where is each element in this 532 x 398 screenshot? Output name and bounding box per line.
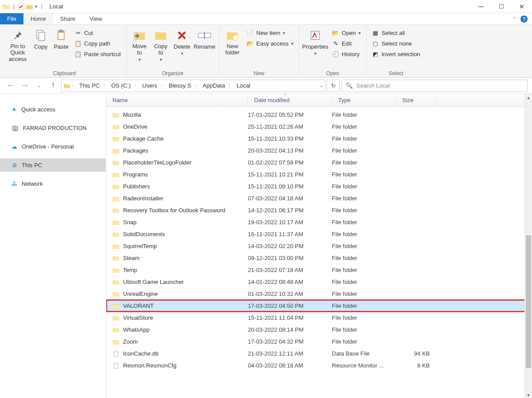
select-none-button[interactable]: ▢Select none xyxy=(369,38,423,49)
table-row[interactable]: Mozilla17-01-2022 05:52 PMFile folder xyxy=(106,109,532,121)
column-size[interactable]: Size xyxy=(396,94,436,107)
table-row[interactable]: Zoom17-03-2022 04:32 PMFile folder xyxy=(106,336,532,348)
paste-shortcut-button[interactable]: 📋Paste shortcut xyxy=(72,49,123,59)
scroll-down-icon[interactable]: ▼ xyxy=(525,391,532,398)
table-row[interactable]: UnrealEngine01-03-2022 10:32 AMFile fold… xyxy=(106,288,532,300)
invert-selection-button[interactable]: ◩Invert selection xyxy=(369,49,423,59)
delete-button[interactable]: Delete▾ xyxy=(172,27,192,69)
tab-file[interactable]: File xyxy=(0,13,23,24)
table-row[interactable]: Resmon.ResmonCfg04-03-2022 08:16 AMResou… xyxy=(106,360,532,371)
collapse-ribbon-icon[interactable]: ⌃ xyxy=(513,16,516,21)
column-type[interactable]: Type xyxy=(332,94,396,107)
quick-access-dropdown-icon[interactable]: ▾ xyxy=(35,4,37,9)
folder-icon xyxy=(112,267,120,273)
table-row[interactable]: Ubisoft Game Launcher14-01-2022 08:48 AM… xyxy=(106,276,532,288)
copy-button[interactable]: Copy xyxy=(31,27,50,69)
table-row[interactable]: Packages20-03-2022 04:13 PMFile folder xyxy=(106,145,532,157)
open-button[interactable]: 📂Open ▾ xyxy=(329,27,363,38)
table-row[interactable]: WhatsApp20-03-2022 08:14 PMFile folder xyxy=(106,324,532,336)
vertical-scrollbar[interactable]: ▲ ▼ xyxy=(524,94,532,398)
cut-button[interactable]: ✂Cut xyxy=(72,27,123,38)
close-button[interactable]: ✕ xyxy=(512,0,532,13)
table-row[interactable]: SolidDocuments16-11-2021 11:37 AMFile fo… xyxy=(106,228,532,240)
forward-button[interactable]: 🡒 xyxy=(19,80,31,92)
chevron-right-icon[interactable]: 〉 xyxy=(71,83,76,89)
table-row[interactable]: Snap19-03-2022 10:17 AMFile folder xyxy=(106,216,532,228)
sidebar-item-farrad[interactable]: 🏢FARRAD PRODUCTION xyxy=(0,121,106,134)
scroll-up-icon[interactable]: ▲ xyxy=(525,94,532,101)
column-date[interactable]: Date modified xyxy=(248,94,332,107)
rename-button[interactable]: Rename xyxy=(193,27,216,69)
quick-access-check-icon[interactable] xyxy=(18,4,24,10)
copy-to-button[interactable]: Copy to▾ xyxy=(150,27,171,69)
refresh-button[interactable]: ↻ xyxy=(327,80,340,92)
breadcrumb-item[interactable]: This PC xyxy=(77,81,102,90)
sidebar-item-network[interactable]: 🖧Network xyxy=(0,177,106,190)
column-name[interactable]: Name xyxy=(106,94,248,107)
new-item-button[interactable]: 📄New item ▾ xyxy=(244,27,296,38)
tab-view[interactable]: View xyxy=(82,13,109,24)
address-dropdown-icon[interactable]: ⌄ xyxy=(320,83,323,88)
breadcrumb-item[interactable]: OS (C:) xyxy=(108,81,133,90)
scroll-thumb[interactable] xyxy=(526,235,531,368)
breadcrumb-item[interactable]: Users xyxy=(139,81,160,90)
pin-to-quick-access-button[interactable]: Pin to Quick access xyxy=(5,27,30,69)
move-to-button[interactable]: Move to▾ xyxy=(129,27,150,69)
sidebar-item-this-pc[interactable]: 🖥This PC xyxy=(0,158,106,172)
easy-access-icon: 📂 xyxy=(247,40,254,47)
table-row[interactable]: IconCache.db21-03-2022 12:11 AMData Base… xyxy=(106,348,532,360)
breadcrumb-item[interactable]: AppData xyxy=(200,81,228,90)
sidebar-item-onedrive[interactable]: ☁OneDrive - Personal xyxy=(0,140,106,153)
separator: | xyxy=(41,3,42,10)
ribbon-group-clipboard: Pin to Quick access Copy Paste ✂Cut 📋Cop… xyxy=(3,27,127,77)
table-row[interactable]: SquirrelTemp14-03-2022 02:20 PMFile fold… xyxy=(106,240,532,252)
chevron-right-icon[interactable]: 〉 xyxy=(103,83,108,89)
new-folder-button[interactable]: New folder xyxy=(222,27,243,69)
quick-access-folder-icon[interactable] xyxy=(26,4,33,10)
table-row[interactable]: Steam09-12-2021 03:00 PMFile folder xyxy=(106,252,532,264)
table-row[interactable]: VALORANT17-03-2022 04:50 PMFile folder xyxy=(106,300,532,312)
table-row[interactable]: Recovery Toolbox for Outlook Password14-… xyxy=(106,204,532,216)
chevron-right-icon[interactable]: 〉 xyxy=(228,83,233,89)
window-title: Local xyxy=(50,3,63,10)
file-name: OneDrive xyxy=(123,123,147,130)
history-button[interactable]: 🕘History xyxy=(329,49,363,59)
address-bar[interactable]: 〉 This PC 〉 OS (C:) 〉 Users 〉 Blessy S 〉… xyxy=(61,80,325,92)
table-row[interactable]: Publishers15-11-2021 09:10 PMFile folder xyxy=(106,180,532,192)
folder-icon xyxy=(112,184,120,190)
tab-home[interactable]: Home xyxy=(23,13,53,24)
chevron-right-icon[interactable]: 〉 xyxy=(161,83,165,89)
search-box[interactable]: 🔍 Search Local xyxy=(342,80,528,92)
breadcrumb-item[interactable]: Blessy S xyxy=(166,81,194,90)
table-row[interactable]: OneDrive25-11-2021 02:26 AMFile folder xyxy=(106,121,532,133)
breadcrumb-item[interactable]: Local xyxy=(234,81,253,90)
table-row[interactable]: VirtualStore15-11-2021 11:04 PMFile fold… xyxy=(106,312,532,324)
file-size: 8 KB xyxy=(396,362,436,369)
minimize-button[interactable]: ─ xyxy=(471,0,491,13)
table-row[interactable]: Temp21-03-2022 07:18 AMFile folder xyxy=(106,264,532,276)
tab-share[interactable]: Share xyxy=(53,13,83,24)
table-row[interactable]: RadeonInstaller07-03-2022 04:18 AMFile f… xyxy=(106,192,532,204)
table-row[interactable]: PlaceholderTileLogoFolder01-02-2022 07:5… xyxy=(106,157,532,168)
copy-path-button[interactable]: 📋Copy path xyxy=(72,38,123,49)
paste-button[interactable]: Paste xyxy=(51,27,71,69)
easy-access-button[interactable]: 📂Easy access ▾ xyxy=(244,38,296,49)
select-all-button[interactable]: ▦Select all xyxy=(369,27,423,38)
maximize-button[interactable]: ☐ xyxy=(491,0,512,13)
up-button[interactable]: 🡑 xyxy=(47,80,59,92)
help-icon[interactable]: ? xyxy=(520,15,528,23)
file-rows: Microsoft 11-03-2022 02:19 PM File folde… xyxy=(106,107,532,398)
select-none-icon: ▢ xyxy=(372,40,379,47)
file-type: File folder xyxy=(332,267,396,273)
edit-button[interactable]: ✎Edit xyxy=(329,38,363,49)
table-row[interactable]: Programs15-11-2021 10:21 PMFile folder xyxy=(106,168,532,180)
back-button[interactable]: 🡐 xyxy=(4,80,17,92)
recent-locations-button[interactable]: ⌄ xyxy=(33,80,45,92)
properties-button[interactable]: Properties▾ xyxy=(302,27,328,69)
chevron-right-icon[interactable]: 〉 xyxy=(134,83,139,89)
table-row[interactable]: Microsoft 11-03-2022 02:19 PM File folde… xyxy=(106,107,532,109)
file-date: 01-02-2022 07:58 PM xyxy=(248,159,332,166)
table-row[interactable]: Package Cache15-11-2021 10:33 PMFile fol… xyxy=(106,133,532,145)
chevron-right-icon[interactable]: 〉 xyxy=(195,83,199,89)
sidebar-item-quick-access[interactable]: ★Quick access xyxy=(0,103,106,116)
